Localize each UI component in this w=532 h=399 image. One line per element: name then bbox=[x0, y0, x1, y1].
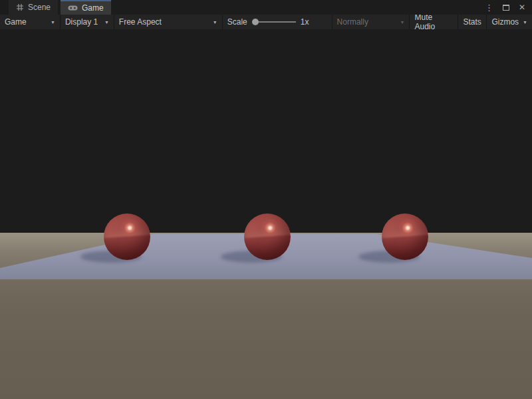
gizmos-label: Gizmos bbox=[491, 17, 519, 27]
game-mode-dropdown[interactable]: Game ▼ bbox=[0, 15, 61, 29]
red-metallic-sphere bbox=[382, 213, 428, 260]
stats-label: Stats bbox=[463, 17, 481, 27]
chevron-down-icon: ▼ bbox=[519, 20, 527, 25]
red-metallic-sphere bbox=[244, 213, 291, 260]
chevron-down-icon: ▼ bbox=[396, 20, 405, 25]
tab-game[interactable]: Game bbox=[61, 0, 111, 15]
mute-audio-label: Mute Audio bbox=[414, 13, 453, 31]
game-mode-label: Game bbox=[5, 17, 27, 27]
chevron-down-icon: ▼ bbox=[47, 20, 55, 25]
maximize-icon[interactable] bbox=[503, 5, 509, 11]
tab-scene-label: Scene bbox=[28, 3, 51, 12]
game-view-toolbar: Game ▼ Display 1 ▼ Free Aspect ▼ Scale 1… bbox=[0, 15, 532, 29]
tab-game-label: Game bbox=[82, 3, 104, 13]
scale-slider[interactable] bbox=[252, 18, 296, 26]
stats-button[interactable]: Stats bbox=[458, 15, 487, 29]
maximize-on-play-label: Normally bbox=[337, 17, 368, 27]
maximize-on-play-dropdown[interactable]: Normally ▼ bbox=[332, 15, 410, 29]
grid-icon bbox=[16, 3, 24, 11]
scale-slider-handle[interactable] bbox=[252, 19, 259, 25]
scale-label: Scale bbox=[227, 17, 247, 27]
scale-value: 1x bbox=[301, 17, 309, 27]
close-icon[interactable]: ✕ bbox=[519, 3, 525, 11]
aspect-ratio-label: Free Aspect bbox=[119, 17, 162, 27]
tab-scene[interactable]: Scene bbox=[9, 0, 58, 15]
window-controls: ⋮ ✕ bbox=[485, 0, 532, 15]
chevron-down-icon: ▼ bbox=[209, 20, 217, 25]
display-label: Display 1 bbox=[65, 17, 98, 27]
menu-kebab-icon[interactable]: ⋮ bbox=[485, 3, 493, 12]
game-viewport[interactable] bbox=[0, 29, 532, 399]
chevron-down-icon: ▼ bbox=[100, 20, 109, 25]
gamepad-icon bbox=[68, 5, 78, 11]
scale-control: Scale 1x bbox=[223, 15, 332, 29]
gizmos-dropdown[interactable]: Gizmos ▼ bbox=[487, 15, 532, 29]
unity-game-window: Scene Game ⋮ ✕ Game ▼ Display 1 ▼ Free A… bbox=[0, 0, 532, 399]
display-dropdown[interactable]: Display 1 ▼ bbox=[61, 15, 114, 29]
mute-audio-button[interactable]: Mute Audio bbox=[410, 15, 458, 29]
red-metallic-sphere bbox=[104, 213, 150, 260]
aspect-ratio-dropdown[interactable]: Free Aspect ▼ bbox=[114, 15, 223, 29]
tab-bar: Scene Game ⋮ ✕ bbox=[0, 0, 532, 15]
